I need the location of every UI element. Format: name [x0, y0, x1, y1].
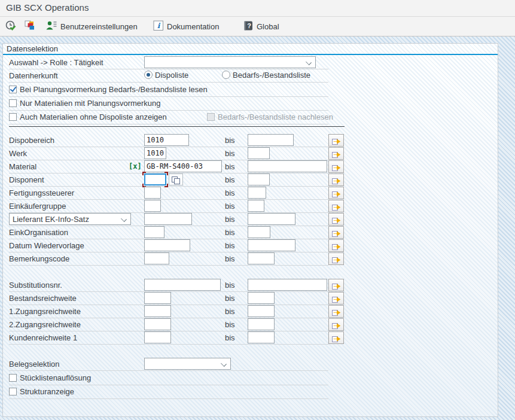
werk-multi-select-button[interactable] — [328, 147, 344, 160]
section-separator — [9, 126, 345, 127]
page-title: GIB SCX Operations — [6, 2, 89, 13]
checkbox-label-bei-planungsvormerkung-bedarfs-bestandsl[interactable]: Bei Planungsvormerkung Bedarfs-/Bestands… — [20, 85, 208, 94]
row-separator — [9, 398, 328, 399]
fertigungssteuerer-bis-input[interactable] — [248, 187, 266, 199]
multi-select-icon — [331, 254, 342, 264]
2-zugangsreichweite-multi-select-button[interactable] — [328, 318, 344, 331]
multi-select-icon — [331, 149, 342, 159]
auswahl-rolle-dropdown[interactable] — [144, 56, 316, 68]
einkorganisation-multi-select-button[interactable] — [328, 226, 344, 239]
werk-input[interactable]: 1010 — [144, 147, 166, 159]
multi-select-icon — [331, 294, 342, 303]
user-settings-button[interactable]: Benutzereinstellungen — [45, 17, 138, 36]
dispobereich-bis-input[interactable] — [248, 134, 294, 146]
bemerkungscode-input[interactable] — [144, 252, 169, 264]
1-zugangsreichweite-input[interactable] — [144, 305, 171, 317]
row-separator — [9, 96, 328, 97]
bestandsreichweite-input[interactable] — [144, 292, 171, 304]
kundenreichweite-1-bis-input[interactable] — [248, 331, 275, 343]
bestandsreichweite-multi-select-button[interactable] — [328, 292, 344, 305]
disponent-bis-input[interactable] — [248, 174, 270, 185]
datum-wiedervorlage-bis-input[interactable] — [248, 239, 295, 251]
einkorganisation-input[interactable] — [144, 226, 164, 238]
bemerkungscode-label: Bemerkungscode — [9, 254, 69, 263]
row-separator — [9, 385, 328, 385]
material-row: Material[x]GB-RM-S400-03bis — [3, 160, 493, 174]
multi-select-icon — [331, 333, 342, 343]
bis-label: bis — [225, 149, 235, 158]
disponent-multi-select-button[interactable] — [328, 174, 344, 186]
substitutionsnr-input[interactable] — [144, 279, 221, 291]
variants-button[interactable] — [24, 17, 36, 36]
multi-select-icon — [331, 202, 342, 211]
radio-bedarfs-bestandsliste[interactable] — [222, 71, 230, 79]
row-separator — [9, 344, 328, 345]
fertigungssteuerer-input[interactable] — [144, 187, 161, 199]
multi-select-icon — [331, 188, 342, 198]
checkbox-label-strukturanzeige[interactable]: Strukturanzeige — [20, 387, 74, 396]
multi-select-icon — [331, 136, 342, 145]
checkbox-strukturanzeige[interactable] — [9, 388, 17, 395]
werk-bis-input[interactable] — [248, 147, 270, 159]
datum-wiedervorlage-label: Datum Wiedervorlage — [9, 241, 84, 250]
bemerkungscode-multi-select-button[interactable] — [328, 252, 344, 265]
substitutionsnr-multi-select-button[interactable] — [328, 279, 344, 291]
eink-ufergruppe-multi-select-button[interactable] — [328, 200, 344, 212]
eink-ufergruppe-input[interactable] — [144, 200, 161, 212]
st-cklistenaufl-sung-row: Stücklistenauflösung — [3, 372, 493, 385]
checkbox-auch-materialien-ohne-dispoliste-anzeige[interactable] — [9, 113, 17, 121]
bemerkungscode-bis-input[interactable] — [248, 252, 275, 264]
bis-label: bis — [225, 254, 235, 263]
lieferant-ek-info-satz-label-dropdown[interactable]: Lieferant EK-Info-Satz — [9, 213, 131, 225]
checkbox-label-bedarfs-bestandsliste-nachlesen: Bedarfs-/Bestandsliste nachlesen — [218, 112, 333, 121]
content-area: Datenselektion Auswahl -> Rolle : Tätigk… — [0, 36, 515, 420]
datum-wiedervorlage-multi-select-button[interactable] — [328, 239, 344, 252]
bei-planungsvormerkung-bedarfs-bestandsl-row: Bei Planungsvormerkung Bedarfs-/Bestands… — [3, 84, 493, 97]
substitutionsnr-bis-input[interactable] — [248, 279, 327, 291]
material-bis-input[interactable] — [248, 160, 327, 172]
dispobereich-label: Dispobereich — [9, 136, 54, 145]
checkbox-label-nur-materialien-mit-planungsvormerkung[interactable]: Nur Materialien mit Planungsvormerkung — [20, 99, 161, 108]
material-input[interactable]: GB-RM-S400-03 — [144, 160, 222, 172]
werk-label: Werk — [9, 149, 27, 158]
application-toolbar: Benutzereinstellungen i Dokumentation ? … — [0, 17, 515, 36]
checkbox-bei-planungsvormerkung-bedarfs-bestandsl[interactable] — [9, 86, 17, 93]
radio-dispoliste[interactable] — [144, 71, 153, 79]
eink-ufergruppe-bis-input[interactable] — [248, 200, 264, 212]
einkorganisation-row: EinkOrganisationbis — [3, 226, 493, 239]
radio-dispoliste-label[interactable]: Dispoliste — [155, 71, 188, 80]
user-settings-icon — [45, 20, 57, 34]
2-zugangsreichweite-input[interactable] — [144, 318, 171, 330]
1-zugangsreichweite-multi-select-button[interactable] — [328, 305, 344, 318]
auch-materialien-ohne-dispoliste-anzeige-row: Auch Materialien ohne Dispoliste anzeige… — [3, 111, 493, 124]
kundenreichweite-1-input[interactable] — [144, 331, 171, 343]
global-button[interactable]: ? Global — [243, 17, 279, 36]
multiple-values-button[interactable] — [169, 174, 183, 185]
2-zugangsreichweite-bis-input[interactable] — [248, 318, 275, 330]
bis-label: bis — [225, 307, 235, 316]
checkbox-label-st-cklistenaufl-sung[interactable]: Stücklistenauflösung — [20, 373, 91, 382]
radio-bedarfs-bestandsliste-label[interactable]: Bedarfs-/Bestandsliste — [233, 71, 310, 80]
belegselektion-dropdown[interactable] — [144, 358, 231, 370]
execute-button[interactable] — [5, 17, 17, 36]
kundenreichweite-1-multi-select-button[interactable] — [328, 331, 344, 344]
nur-materialien-mit-planungsvormerkung-row: Nur Materialien mit Planungsvormerkung — [3, 98, 493, 111]
einkorganisation-bis-input[interactable] — [248, 226, 270, 238]
lieferant-ek-info-satz-multi-select-button[interactable] — [328, 213, 344, 226]
checkbox-nur-materialien-mit-planungsvormerkung[interactable] — [9, 99, 17, 107]
documentation-button[interactable]: i Dokumentation — [153, 17, 219, 36]
lieferant-ek-info-satz-input[interactable] — [144, 213, 192, 225]
lieferant-ek-info-satz-bis-input[interactable] — [248, 213, 295, 225]
dispobereich-input[interactable]: 1010 — [144, 134, 189, 146]
fertigungssteuerer-multi-select-button[interactable] — [328, 187, 344, 199]
bestandsreichweite-bis-input[interactable] — [248, 292, 275, 304]
material-multi-select-button[interactable] — [328, 160, 344, 173]
multi-select-icon — [331, 228, 342, 238]
dispobereich-multi-select-button[interactable] — [328, 134, 344, 147]
datum-wiedervorlage-input[interactable] — [144, 239, 190, 251]
bemerkungscode-row: Bemerkungscodebis — [3, 252, 493, 266]
1-zugangsreichweite-bis-input[interactable] — [248, 305, 275, 317]
checkbox-label-auch-materialien-ohne-dispoliste-anzeige[interactable]: Auch Materialien ohne Dispoliste anzeige… — [20, 112, 167, 121]
checkbox-st-cklistenaufl-sung[interactable] — [9, 374, 17, 382]
disponent-input[interactable] — [144, 174, 166, 185]
